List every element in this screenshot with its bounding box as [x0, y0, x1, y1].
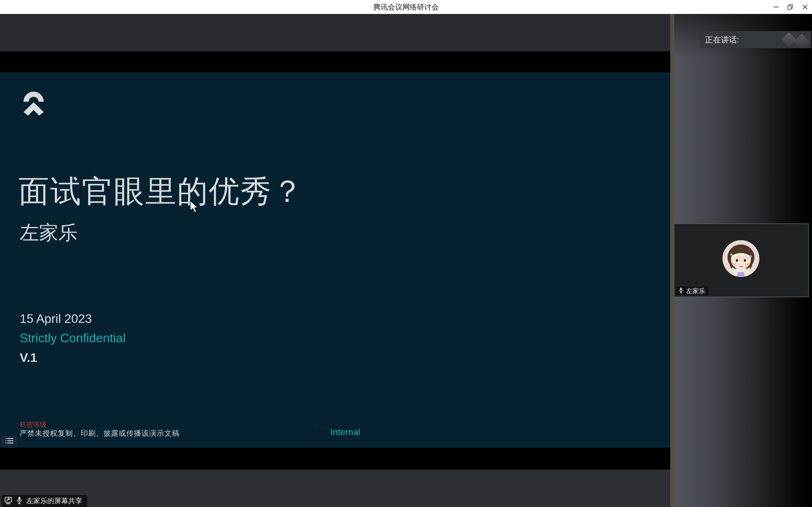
- microphone-icon: [15, 496, 23, 506]
- footer-scope-text: Internal: [331, 427, 360, 437]
- slide-footer-brand: NIOInternal: [312, 427, 360, 437]
- active-speaker-bar: 正在讲话:: [700, 31, 811, 48]
- participant-video-tile[interactable]: 左家乐: [674, 223, 809, 297]
- slide-date: 15 April 2023: [20, 312, 92, 326]
- screen-share-banner: 左家乐的屏幕共享: [1, 495, 87, 507]
- minimize-icon: [773, 4, 779, 10]
- participant-avatar: [722, 240, 759, 277]
- webinar-side-panel: 正在讲话:: [670, 14, 812, 507]
- microphone-icon: [678, 287, 684, 295]
- meeting-logo-watermark-icon: [781, 32, 797, 47]
- thumbnail-panel-toggle[interactable]: [1, 435, 18, 448]
- meeting-window: 腾讯会议网络研讨会: [0, 0, 812, 507]
- letterbox-top: [0, 51, 670, 72]
- letterbox-bottom: [0, 448, 670, 469]
- participant-name: 左家乐: [686, 287, 705, 295]
- slide-version: V.1: [20, 351, 37, 365]
- screen-share-banner-text: 左家乐的屏幕共享: [26, 496, 82, 506]
- speaking-label: 正在讲话:: [705, 35, 739, 45]
- slide-confidential-label: Strictly Confidential: [20, 331, 125, 345]
- presenter-toolbar-band: [0, 14, 670, 51]
- classification-note: 严禁未授权复制、印刷、披露或传播该演示文稿: [20, 429, 180, 438]
- meeting-logo-watermark-icon: [794, 34, 810, 48]
- shared-screen-stage: 面试官眼里的优秀？ 左家乐 15 April 2023 Strictly Con…: [0, 14, 670, 507]
- presenter-cursor-icon: [190, 200, 199, 213]
- slide-title: 面试官眼里的优秀？: [18, 171, 304, 213]
- presentation-slide: 面试官眼里的优秀？ 左家乐 15 April 2023 Strictly Con…: [0, 72, 670, 448]
- nio-logo-icon: [20, 88, 48, 115]
- close-button[interactable]: [798, 0, 812, 14]
- restore-icon: [787, 4, 793, 10]
- restore-button[interactable]: [783, 0, 797, 14]
- classification-label: 机密等级: [20, 420, 46, 429]
- stage-bottom-bar: [0, 469, 670, 507]
- footer-brand-text: NIO: [312, 427, 328, 437]
- slide-author: 左家乐: [20, 220, 78, 246]
- window-titlebar: 腾讯会议网络研讨会: [0, 0, 812, 14]
- list-icon: [5, 437, 14, 446]
- window-title: 腾讯会议网络研讨会: [373, 2, 439, 12]
- close-icon: [802, 4, 808, 10]
- screen-share-icon: [4, 496, 12, 506]
- minimize-button[interactable]: [769, 0, 783, 14]
- participant-name-tag: 左家乐: [676, 286, 709, 295]
